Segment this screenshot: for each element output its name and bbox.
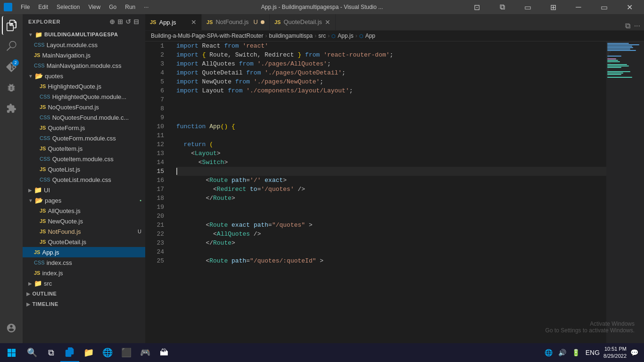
line-num-4: 4 — [145, 68, 164, 77]
breadcrumb-src[interactable]: src — [318, 33, 326, 39]
code-content[interactable]: import React from 'react' import { Route… — [169, 41, 606, 352]
file-highlighted-quote[interactable]: JS HighlightedQuote.js — [23, 81, 145, 91]
code-line-8 — [176, 104, 606, 113]
split-editor-icon[interactable]: ⧉ — [625, 22, 630, 30]
breadcrumb-symbol[interactable]: App — [365, 33, 375, 39]
code-editor[interactable]: 1 2 3 4 5 6 7 8 9 10 11 12 13 14 15 16 1… — [145, 41, 644, 352]
file-newquote[interactable]: JS NewQuote.js — [23, 216, 145, 226]
file-quotelist-css[interactable]: CSS QuoteList.module.css — [23, 174, 145, 185]
file-notfound[interactable]: JS NotFound.js U — [23, 226, 145, 237]
js-file-icon: JS — [40, 125, 46, 131]
activity-search[interactable] — [2, 37, 21, 56]
file-label: App.js — [42, 249, 59, 256]
outline-section[interactable]: ▶ OUTLINE — [23, 288, 145, 299]
folder-label: quotes — [45, 73, 63, 80]
collapse-all-btn[interactable]: ⊟ — [133, 18, 140, 25]
code-line-23: </Route> — [176, 239, 606, 247]
minimize-btn[interactable]: ─ — [568, 0, 589, 14]
folder-ui[interactable]: ▶ 📁 UI — [23, 185, 145, 195]
css-file-icon: CSS — [40, 177, 50, 182]
notification-icon[interactable]: 💬 — [628, 349, 640, 356]
file-index-css[interactable]: CSS index.css — [23, 257, 145, 268]
file-noquotes[interactable]: JS NoQuotesFound.js — [23, 102, 145, 112]
close-btn[interactable]: ✕ — [619, 0, 640, 14]
line-num-24: 24 — [145, 247, 164, 256]
folder-pages[interactable]: ▼ 📂 pages • — [23, 195, 145, 206]
timeline-section[interactable]: ▶ TIMELINE — [23, 299, 145, 309]
network-icon[interactable]: 🌐 — [543, 349, 554, 356]
code-line-24 — [176, 247, 606, 256]
app5-taskbar[interactable]: 🎮 — [136, 343, 155, 362]
file-layout-css[interactable]: CSS Layout.module.css — [23, 40, 145, 50]
breadcrumb-folder[interactable]: buildingamultispa — [269, 33, 313, 39]
folder-quotes[interactable]: ▼ 📂 quotes — [23, 71, 145, 81]
file-quoteform[interactable]: JS QuoteForm.js — [23, 123, 145, 133]
split-editor-btn[interactable]: ⧉ — [491, 0, 513, 14]
file-quotelist[interactable]: JS QuoteList.js — [23, 164, 145, 174]
menu-more[interactable]: ··· — [140, 3, 152, 11]
breadcrumb-file[interactable]: App.js — [338, 33, 353, 39]
line-num-6: 6 — [145, 86, 164, 95]
tab-close-btn[interactable]: ✕ — [191, 18, 197, 26]
file-quotedetail[interactable]: JS QuoteDetail.js — [23, 237, 145, 247]
file-app-js[interactable]: JS App.js — [23, 247, 145, 257]
new-folder-btn[interactable]: ⊞ — [117, 18, 124, 25]
tab-quotedetail-js[interactable]: JS QuoteDetail.js ✕ — [270, 14, 336, 30]
menu-view[interactable]: View — [84, 3, 104, 11]
taskview-btn[interactable]: ⧉ — [41, 343, 60, 362]
tab-app-js[interactable]: JS App.js ✕ — [145, 14, 202, 30]
layout-btn[interactable]: ⊞ — [542, 0, 564, 14]
file-main-nav-css[interactable]: CSS MainNavigation.module.css — [23, 60, 145, 71]
menu-selection[interactable]: Selection — [53, 3, 83, 11]
project-root[interactable]: ▼ 📁 BUILDINGAMULTIPAGESPA — [23, 29, 145, 40]
breadcrumb-sep: › — [314, 33, 316, 39]
titlebar-left: File Edit Selection View Go Run ··· — [4, 3, 152, 11]
code-line-17: <Redirect to='/quotes' /> — [176, 185, 606, 194]
system-clock[interactable]: 10:51 PM 8/29/2022 — [603, 346, 627, 360]
activity-explorer[interactable] — [2, 16, 21, 35]
tab-close-btn[interactable]: ✕ — [325, 18, 330, 26]
activity-git[interactable]: 2 — [2, 58, 21, 76]
menu-edit[interactable]: Edit — [34, 3, 52, 11]
explorer-taskbar[interactable]: 📁 — [79, 343, 98, 362]
maximize-btn[interactable]: ▭ — [593, 0, 615, 14]
file-main-nav-js[interactable]: JS MainNavigation.js — [23, 50, 145, 60]
photos-taskbar[interactable]: 🏔 — [155, 343, 173, 362]
battery-icon[interactable]: 🔋 — [570, 349, 582, 356]
lang-label[interactable]: ENG — [584, 349, 602, 356]
activity-extensions[interactable] — [2, 99, 21, 118]
main-layout: 2 Explorer ⊕ ⊞ ↺ ⊟ — [0, 14, 644, 362]
file-label: QuoteDetail.js — [48, 239, 86, 246]
vscode-taskbar[interactable] — [60, 343, 79, 362]
new-file-btn[interactable]: ⊕ — [109, 18, 116, 25]
start-button[interactable] — [0, 343, 23, 362]
folder-src[interactable]: ▶ 📁 src — [23, 278, 145, 288]
menu-run[interactable]: Run — [121, 3, 139, 11]
file-quoteitem[interactable]: JS QuoteItem.js — [23, 143, 145, 154]
line-num-19: 19 — [145, 203, 164, 212]
file-allquotes[interactable]: JS AllQuotes.js — [23, 206, 145, 216]
menu-file[interactable]: File — [17, 3, 33, 11]
file-noquotes-css[interactable]: CSS NoQuotesFound.module.c... — [23, 112, 145, 123]
file-quoteitem-css[interactable]: CSS QuoteItem.module.css — [23, 154, 145, 164]
activity-debug[interactable] — [2, 78, 21, 97]
volume-icon[interactable]: 🔊 — [556, 349, 568, 356]
menu-go[interactable]: Go — [105, 3, 120, 11]
terminal-taskbar[interactable]: ⬛ — [117, 343, 136, 362]
layout-toggle-btn[interactable]: ⊡ — [466, 0, 487, 14]
refresh-btn[interactable]: ↺ — [125, 18, 132, 25]
css-file-icon: CSS — [34, 260, 45, 265]
panel-toggle-btn[interactable]: ▭ — [517, 0, 538, 14]
tab-notfound-js[interactable]: JS NotFound.js U — [202, 14, 270, 30]
file-highlighted-quote-css[interactable]: CSS HighlightedQuote.module... — [23, 91, 145, 102]
sidebar-header: Explorer ⊕ ⊞ ↺ ⊟ — [23, 14, 145, 29]
file-index-js[interactable]: JS index.js — [23, 268, 145, 278]
chrome-taskbar[interactable]: 🌐 — [98, 343, 117, 362]
breadcrumb-project[interactable]: Building-a-Multi-Page-SPA-with-ReactRout… — [151, 33, 264, 39]
search-taskbar[interactable]: 🔍 — [23, 343, 41, 362]
js-file-icon: JS — [274, 19, 281, 25]
activity-account[interactable] — [2, 319, 21, 337]
code-line-7 — [176, 95, 606, 104]
file-quoteform-css[interactable]: CSS QuoteForm.module.css — [23, 133, 145, 143]
more-actions-icon[interactable]: ··· — [634, 22, 640, 30]
